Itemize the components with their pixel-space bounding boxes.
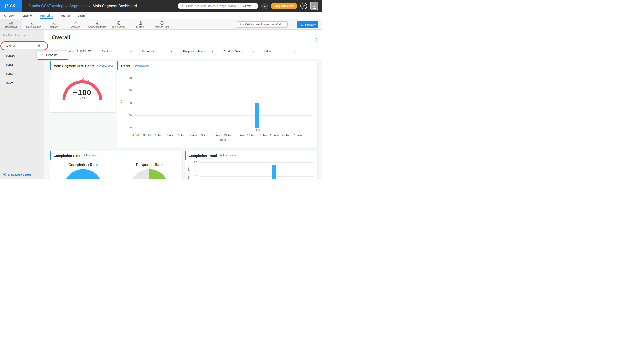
x-tick [298, 132, 298, 133]
x-tick [170, 132, 170, 133]
x-tick-label: 13. Aug [222, 134, 234, 136]
toolbar-reports[interactable]: Reports [44, 20, 65, 29]
peaks-chart-icon [74, 21, 78, 25]
responses-link[interactable]: 4 Responses [97, 64, 114, 67]
x-tick-label: 15. Aug [233, 134, 246, 136]
search-scope-label: Admin [243, 4, 252, 8]
context-menu-rename[interactable]: Rename [46, 53, 58, 57]
response-rate-pie [130, 169, 169, 180]
chevron-right-icon: › [89, 4, 90, 8]
responses-link[interactable]: 9 Responses [83, 154, 100, 157]
y-tick-label: 50 [120, 89, 132, 92]
preview-button[interactable]: Preview [297, 21, 318, 28]
sidebar-item-csat7[interactable]: csat7 [0, 69, 44, 78]
x-tick-label: 25. Aug [291, 134, 304, 136]
x-axis-title: Time [214, 138, 232, 142]
completion-trend-chart: 7.552.50Responses [185, 160, 317, 180]
gridline [134, 78, 312, 78]
avatar[interactable] [310, 2, 318, 10]
nps-gauge-card: Main Segment NPS Chart 4 Responses −100 … [50, 62, 114, 112]
filter-product-group[interactable]: Product Group▾ [221, 48, 256, 55]
gridline [199, 162, 314, 163]
x-tick [216, 132, 217, 133]
filter-label: price [264, 50, 271, 53]
y-tick-label: 100 [120, 77, 132, 79]
responses-link[interactable]: 9 Responses [220, 154, 237, 157]
edit-url-button[interactable] [290, 22, 295, 27]
x-tick [158, 132, 159, 133]
pie-title: Completion Rate [68, 163, 98, 167]
breadcrumb-segments-link[interactable]: Segments [70, 4, 87, 8]
sidebar-item-csat5[interactable]: csat5 [0, 60, 44, 69]
sad-face-icon [86, 78, 89, 81]
chevron-down-icon: ▾ [252, 50, 254, 53]
toolbar-item-label: Reports [50, 26, 58, 28]
sidebar-item-nps-plus[interactable]: nps+ [0, 78, 44, 87]
x-tick-label: 19. Aug [256, 134, 269, 136]
spreadsheet-icon [160, 21, 164, 25]
nav-action[interactable]: Action [61, 13, 70, 18]
brand-logo-dropdown[interactable]: P CX ▾ [0, 0, 22, 12]
responses-link[interactable]: 4 Responses [133, 64, 149, 67]
bars-trend-icon [95, 21, 100, 25]
card-header: Completion Rate 9 Responses [50, 151, 182, 160]
toolbar-text-analysis[interactable]: Text Analysis [108, 20, 130, 29]
search-icon [180, 4, 184, 8]
toolbar-custom[interactable]: Custom [130, 20, 151, 29]
trend-card: Trend 4 Responses 100500−50−100NPS28. Ju… [117, 62, 317, 148]
help-button[interactable]: ? [300, 3, 307, 9]
filter-product[interactable]: Product▾ [98, 48, 134, 55]
card-header: Completion Trend 9 Responses [185, 151, 317, 160]
search-input[interactable] [186, 4, 241, 8]
x-tick [286, 132, 286, 133]
toolbar-item-label: Analysis [71, 26, 80, 28]
filter-response-status[interactable]: Response Status▾ [180, 48, 216, 55]
upgrade-now-button[interactable]: Upgrade Now [271, 3, 297, 10]
x-tick-label: 28. Jul [129, 134, 142, 136]
calendar-icon[interactable] [88, 50, 91, 53]
x-tick [135, 132, 136, 133]
toolbar-item-label: Text Analysis [112, 26, 126, 28]
pie-title: Response Rate [136, 163, 163, 167]
breadcrumb-survey-link[interactable]: 5 point CSAT testing [29, 4, 63, 8]
toolbar-manage-data[interactable]: Manage Data [151, 20, 172, 29]
toolbar-right: Preview [237, 21, 318, 28]
card-title: Main Segment NPS Chart [54, 64, 94, 68]
global-search: Admin ▾ [178, 3, 258, 10]
search-button[interactable] [262, 3, 268, 9]
toolbar-choice-modelling[interactable]: Choice Modelling [86, 20, 108, 29]
nav-admin[interactable]: Admin [78, 13, 88, 18]
card-header: Main Segment NPS Chart 4 Responses [50, 62, 114, 70]
search-scope-dropdown[interactable]: Admin ▾ [241, 3, 258, 10]
response-rate-pie-block: Response Rate [116, 160, 182, 180]
filter-price[interactable]: price▾ [262, 48, 297, 55]
toolbar-analysis[interactable]: Analysis [65, 20, 86, 29]
bar [256, 103, 258, 128]
y-axis-title: NPS [120, 94, 123, 112]
search-icon [263, 4, 266, 8]
breadcrumb: 5 point CSAT testing › Segments › Main S… [29, 4, 137, 8]
toolbar-dashboard[interactable]: Dashboard [0, 20, 22, 29]
new-dashboard-button[interactable]: New Dashboard [3, 173, 31, 176]
page-menu-button[interactable] [315, 36, 317, 41]
questionpro-logo: P [5, 3, 8, 9]
nav-deploy[interactable]: Deploy [22, 13, 32, 18]
toolbar-custom-metrics[interactable]: Custom Metrics [22, 20, 44, 29]
x-tick [240, 132, 240, 133]
filter-label: Product [101, 50, 112, 53]
main-nav: Survey Deploy Analytics Action Admin [0, 12, 322, 20]
card-title: Completion Rate [54, 154, 80, 158]
gridline [134, 90, 312, 91]
y-tick-label: −100 [120, 126, 132, 129]
nav-analytics[interactable]: Analytics [40, 13, 53, 18]
chevron-down-icon: ▾ [212, 50, 213, 53]
page-title: Overall [52, 34, 70, 40]
filter-segment[interactable]: Segment▾ [139, 48, 175, 55]
sidebar-item-overall[interactable]: Overall [0, 42, 44, 49]
dashboard-url-input[interactable] [237, 21, 288, 28]
nav-survey[interactable]: Survey [3, 13, 14, 18]
nps-label: NPS [50, 97, 114, 100]
chevron-down-icon: ▾ [294, 50, 295, 53]
toolbar-item-label: Dashboard [5, 26, 16, 28]
completion-rate-charts: Completion Rate Response Rate [50, 160, 182, 180]
